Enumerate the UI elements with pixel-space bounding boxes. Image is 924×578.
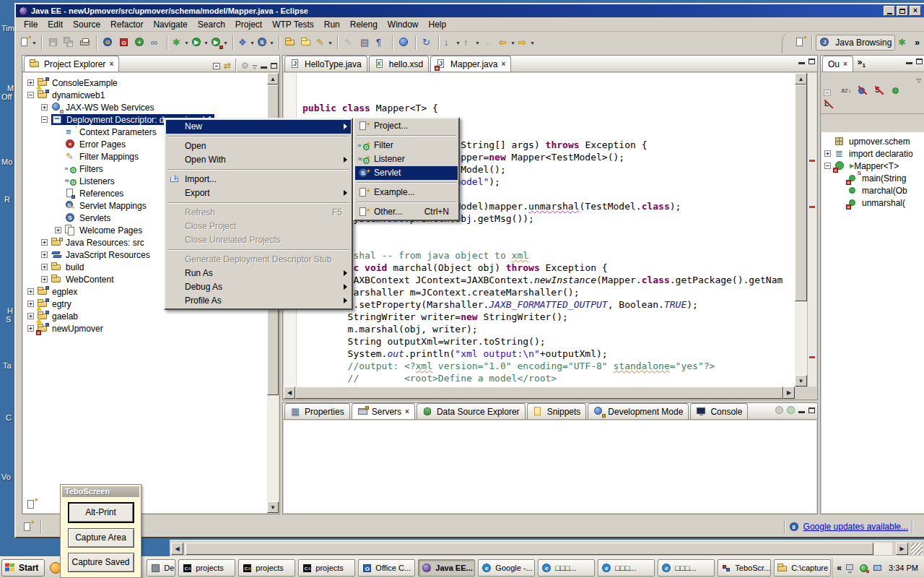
expand-toggle[interactable]: + — [27, 313, 34, 319]
tree-item-dynamicweb1[interactable]: −dynamicweb1 — [23, 89, 279, 101]
google-updates-link[interactable]: Google updates available... — [803, 522, 908, 532]
maximize-outline-icon[interactable] — [916, 59, 923, 64]
menu-item-debug-as[interactable]: Debug As — [166, 280, 351, 294]
menu-item-run-as[interactable]: Run As — [166, 267, 351, 280]
menu-item-open-with[interactable]: Open With — [166, 153, 351, 167]
menu-item-export[interactable]: Export — [166, 186, 351, 200]
print-button[interactable] — [77, 35, 93, 51]
expand-toggle[interactable]: − — [27, 92, 34, 98]
taskbar-button-projects[interactable]: C:\projects — [178, 559, 235, 577]
expand-toggle[interactable]: + — [27, 288, 34, 295]
taskbar-button-[interactable]: e□□□... — [598, 559, 655, 577]
debug-server-icon[interactable] — [775, 406, 783, 414]
highlighter-button[interactable]: ✎▾ — [315, 35, 334, 51]
submenu-item-other[interactable]: ✦Other...Ctrl+N — [355, 205, 458, 219]
expand-toggle[interactable]: + — [27, 301, 34, 307]
close-window-button[interactable]: × — [910, 6, 921, 16]
tebo-button-capture-area[interactable]: Capture Area — [68, 528, 134, 548]
editor-tab-hellotype-java[interactable]: JHelloType.java — [284, 56, 367, 72]
resize-grip[interactable] — [911, 543, 923, 555]
previous-annotation-button[interactable]: ↑▾ — [462, 35, 481, 51]
link-with-editor-icon[interactable]: ⇄ — [224, 61, 231, 71]
panel-tab-development-mode[interactable]: Development Mode — [588, 403, 689, 419]
statusbar-new-icon[interactable]: ✦ — [22, 522, 34, 532]
sort-icon[interactable]: az↓ — [840, 85, 852, 96]
java-browsing-perspective-button[interactable]: J Java Browsing — [816, 35, 895, 51]
menu-item-profile-as[interactable]: Profile As — [166, 294, 351, 308]
taskbar-button-java-ee[interactable]: Java EE... — [418, 559, 475, 577]
tebo-button-capture-saved[interactable]: Capture Saved — [68, 553, 134, 572]
expand-toggle[interactable]: + — [41, 239, 48, 246]
show-source-button[interactable]: ▤ — [357, 35, 373, 51]
outline-item-marchal-ob[interactable]: marchal(Ob — [821, 184, 924, 197]
servers-view-content[interactable] — [284, 420, 816, 513]
maximize-panel-icon[interactable] — [808, 407, 815, 413]
taskbar-button-projects[interactable]: C:\projects — [238, 559, 295, 577]
collapse-all-icon[interactable] — [213, 63, 220, 69]
expand-toggle[interactable]: + — [824, 150, 831, 157]
tray-chevron[interactable]: « — [837, 563, 842, 573]
menubar-item-source[interactable]: Source — [68, 18, 105, 31]
external-tools-button[interactable]: ▶▾ — [210, 35, 230, 51]
outline-menu-icon[interactable] — [917, 74, 921, 85]
close-view-icon[interactable] — [109, 60, 113, 68]
panel-tab-console[interactable]: Console — [690, 403, 748, 419]
outline-tab[interactable]: Ou — [822, 56, 853, 72]
display-icon[interactable] — [873, 564, 883, 573]
outline-item-mapper-t[interactable]: −×▶Mapper<T> — [821, 160, 924, 172]
outline-item-unmarshal[interactable]: ×unmarshal( — [821, 197, 924, 209]
tree-item-consoleexample[interactable]: +ConsoleExample — [23, 77, 279, 89]
menubar-item-run[interactable]: Run — [319, 18, 345, 31]
menu-item-import[interactable]: Import... — [166, 173, 351, 186]
minimize-outline-icon[interactable] — [906, 62, 912, 64]
taskbar-button-[interactable]: e□□□... — [658, 559, 715, 577]
tree-item-gaelab[interactable]: +gaelab — [23, 310, 279, 322]
panel-tab-snippets[interactable]: Snippets — [527, 403, 587, 419]
panel-tab-servers[interactable]: Servers — [352, 403, 415, 419]
new-web-service-button[interactable]: ❖▾ — [237, 35, 256, 51]
taskbar-scroll-strip[interactable]: ◀ ▶ — [170, 540, 924, 556]
filters-gear-icon[interactable]: ⚙ — [241, 61, 249, 71]
taskbar-button-[interactable]: e□□□... — [538, 559, 595, 577]
open-type-button[interactable] — [283, 35, 299, 51]
taskbar-button-office-c[interactable]: OOffice C... — [358, 559, 415, 577]
expand-toggle[interactable]: + — [27, 79, 34, 86]
expand-toggle[interactable]: + — [41, 251, 48, 258]
outline-item-import-declaratio[interactable]: +≣import declaratio — [821, 147, 924, 160]
soap-monitor-button[interactable]: S▾ — [256, 35, 276, 51]
view-menu-icon[interactable] — [253, 61, 257, 71]
editor-tab-mapper-java[interactable]: J×Mapper.java — [430, 56, 511, 72]
editor-tab-hello-xsd[interactable]: Xhello.xsd — [369, 56, 429, 72]
taskbar-button-google[interactable]: eGoogle -... — [478, 559, 535, 577]
editor-vscrollbar[interactable]: ▲ ▼ — [795, 73, 807, 387]
outline-item-upmover-schem[interactable]: upmover.schem — [821, 135, 924, 147]
view-stack-chevron[interactable]: »1 — [858, 57, 866, 69]
project-explorer-tab[interactable]: Project Explorer — [24, 56, 119, 72]
menu-item-new[interactable]: New — [166, 120, 351, 134]
google-sphere-button[interactable]: G — [100, 35, 116, 51]
outline-item-main-string[interactable]: S×main(String — [821, 172, 924, 184]
minimize-editor-icon[interactable] — [798, 62, 805, 64]
perspective-chevron[interactable]: » — [915, 38, 920, 48]
next-annotation-button[interactable]: ↓▾ — [443, 35, 462, 51]
hide-fields-icon[interactable] — [858, 85, 869, 96]
expand-toggle[interactable]: + — [27, 325, 34, 332]
taskbar-button-c-capture[interactable]: C:\capture — [774, 559, 831, 577]
menubar-item-wtp-tests[interactable]: WTP Tests — [267, 18, 319, 31]
debug-button[interactable]: ✱▾ — [171, 35, 191, 51]
menubar-item-project[interactable]: Project — [230, 18, 267, 31]
synchronize-button[interactable]: ↻ — [419, 35, 435, 51]
green-flask-button[interactable]: + — [132, 35, 148, 51]
debug-perspective-icon[interactable]: ✱ — [895, 35, 911, 51]
menubar-item-edit[interactable]: Edit — [43, 18, 68, 31]
menubar-item-releng[interactable]: Releng — [345, 18, 383, 31]
collapse-all-outline-icon[interactable] — [824, 88, 835, 99]
antivirus-icon[interactable] — [859, 564, 869, 573]
menubar-item-search[interactable]: Search — [193, 18, 230, 31]
new-wizard-button[interactable]: ✦▾ — [19, 35, 38, 51]
start-server-icon[interactable] — [787, 406, 795, 414]
title-bar[interactable]: Java EE - newUpmover/src/upmover/schema/… — [16, 4, 924, 17]
show-whitespace-button[interactable]: ¶ — [373, 35, 389, 51]
menubar-item-refactor[interactable]: Refactor — [105, 18, 148, 31]
panel-tab-data-source-explorer[interactable]: Data Source Explorer — [417, 403, 526, 419]
